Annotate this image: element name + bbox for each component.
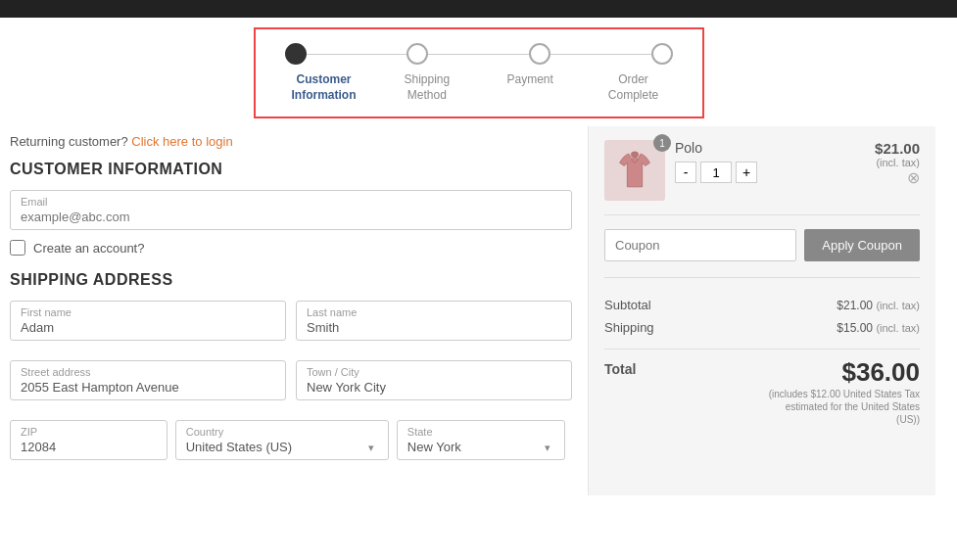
create-account-checkbox[interactable] bbox=[10, 240, 25, 256]
qty-input[interactable] bbox=[700, 162, 732, 183]
name-fields-row: First name Last name bbox=[10, 301, 572, 350]
product-name: Polo bbox=[675, 140, 865, 156]
main-content: Returning customer? Click here to login … bbox=[0, 126, 957, 495]
coupon-row: Apply Coupon bbox=[604, 229, 920, 278]
product-info: Polo - + bbox=[675, 140, 865, 183]
create-account-label: Create an account? bbox=[33, 241, 144, 256]
firstname-input[interactable] bbox=[21, 320, 275, 335]
zip-field-wrapper: ZIP bbox=[10, 420, 167, 460]
street-field-wrapper: Street address bbox=[10, 360, 286, 400]
wizard-line-1 bbox=[307, 54, 407, 55]
zip-label: ZIP bbox=[21, 426, 157, 438]
total-amount: $36.00 bbox=[763, 357, 920, 388]
wizard-step-customer[interactable] bbox=[285, 43, 307, 65]
returning-text: Returning customer? bbox=[10, 134, 128, 149]
product-row: 1 Polo - + $21.00 bbox=[604, 140, 920, 215]
street-input[interactable] bbox=[21, 380, 275, 395]
wizard-label-customer: Customer Information bbox=[285, 72, 363, 103]
city-input[interactable] bbox=[307, 380, 561, 395]
product-price-tax: (incl. tax) bbox=[875, 157, 920, 168]
subtotal-row: Subtotal $21.00 (incl. tax) bbox=[604, 294, 920, 316]
create-account-row: Create an account? bbox=[10, 240, 572, 256]
shipping-tax: (incl. tax) bbox=[876, 322, 920, 334]
city-field-wrapper: Town / City bbox=[296, 360, 572, 400]
address-fields-row: Street address Town / City bbox=[10, 360, 572, 410]
wizard-label-shipping: Shipping Method bbox=[388, 72, 466, 103]
email-label: Email bbox=[21, 196, 561, 208]
lastname-label: Last name bbox=[307, 306, 561, 318]
lastname-input[interactable] bbox=[307, 320, 561, 335]
city-label: Town / City bbox=[307, 366, 561, 378]
product-price-col: $21.00 (incl. tax) ⊗ bbox=[875, 140, 920, 187]
login-link[interactable]: Click here to login bbox=[131, 134, 232, 149]
wizard-step-payment[interactable] bbox=[529, 43, 550, 65]
state-select-wrap: New York bbox=[407, 440, 554, 454]
remove-product-button[interactable]: ⊗ bbox=[875, 168, 920, 187]
hoodie-icon bbox=[612, 148, 657, 193]
wizard-box: Customer Information Shipping Method Pay… bbox=[254, 27, 704, 118]
total-row: Total $36.00 (includes $12.00 United Sta… bbox=[604, 349, 920, 426]
shipping-row: Shipping $15.00 (incl. tax) bbox=[604, 316, 920, 339]
apply-coupon-button[interactable]: Apply Coupon bbox=[804, 229, 920, 261]
customer-heading: CUSTOMER INFORMATION bbox=[10, 161, 572, 178]
product-image-wrap: 1 bbox=[604, 140, 665, 201]
total-right: $36.00 (includes $12.00 United States Ta… bbox=[763, 357, 920, 426]
shipping-value: $15.00 (incl. tax) bbox=[722, 316, 920, 339]
state-label: State bbox=[407, 426, 554, 438]
shipping-amount: $15.00 bbox=[837, 321, 873, 335]
country-select[interactable]: United States (US) bbox=[186, 440, 378, 454]
wizard-step-shipping[interactable] bbox=[407, 43, 428, 65]
qty-increase-button[interactable]: + bbox=[736, 162, 757, 183]
subtotal-value: $21.00 (incl. tax) bbox=[722, 294, 920, 316]
wizard-line-3 bbox=[550, 54, 651, 55]
returning-row: Returning customer? Click here to login bbox=[10, 134, 572, 149]
zip-country-state-row: ZIP Country United States (US) State New… bbox=[10, 420, 572, 470]
right-column: 1 Polo - + $21.00 bbox=[588, 126, 935, 495]
street-label: Street address bbox=[21, 366, 275, 378]
wizard-steps-line bbox=[285, 43, 673, 65]
country-select-wrap: United States (US) bbox=[186, 440, 378, 454]
subtotal-amount: $21.00 bbox=[837, 299, 873, 312]
totals-table: Subtotal $21.00 (incl. tax) Shipping $15… bbox=[604, 294, 920, 339]
subtotal-label: Subtotal bbox=[604, 294, 722, 316]
left-column: Returning customer? Click here to login … bbox=[0, 126, 588, 495]
qty-decrease-button[interactable]: - bbox=[675, 162, 696, 183]
subtotal-tax: (incl. tax) bbox=[876, 300, 920, 311]
state-select[interactable]: New York bbox=[407, 440, 554, 454]
wizard-line-2 bbox=[428, 54, 529, 55]
shipping-label: Shipping bbox=[604, 316, 722, 339]
firstname-label: First name bbox=[21, 306, 275, 318]
wizard-labels: Customer Information Shipping Method Pay… bbox=[285, 72, 673, 103]
country-label: Country bbox=[186, 426, 378, 438]
total-label: Total bbox=[604, 357, 636, 377]
coupon-input[interactable] bbox=[604, 229, 796, 261]
wizard-step-order[interactable] bbox=[651, 43, 673, 65]
shipping-heading: SHIPPING ADDRESS bbox=[10, 271, 572, 289]
firstname-field-wrapper: First name bbox=[10, 301, 286, 341]
total-note: (includes $12.00 United States Tax estim… bbox=[763, 388, 920, 426]
zip-input[interactable] bbox=[21, 440, 157, 454]
wizard-wrapper: Customer Information Shipping Method Pay… bbox=[0, 18, 957, 126]
wizard-label-order: Order Complete bbox=[594, 72, 672, 103]
qty-row: - + bbox=[675, 162, 865, 183]
top-bar bbox=[0, 0, 957, 18]
product-badge: 1 bbox=[653, 134, 671, 152]
country-field-wrapper: Country United States (US) bbox=[175, 420, 389, 460]
wizard-label-payment: Payment bbox=[491, 72, 569, 103]
state-field-wrapper: State New York bbox=[397, 420, 565, 460]
email-input[interactable] bbox=[21, 210, 561, 224]
email-field-wrapper: Email bbox=[10, 190, 572, 230]
lastname-field-wrapper: Last name bbox=[296, 301, 572, 341]
product-price: $21.00 bbox=[875, 140, 920, 157]
svg-point-0 bbox=[631, 152, 639, 158]
